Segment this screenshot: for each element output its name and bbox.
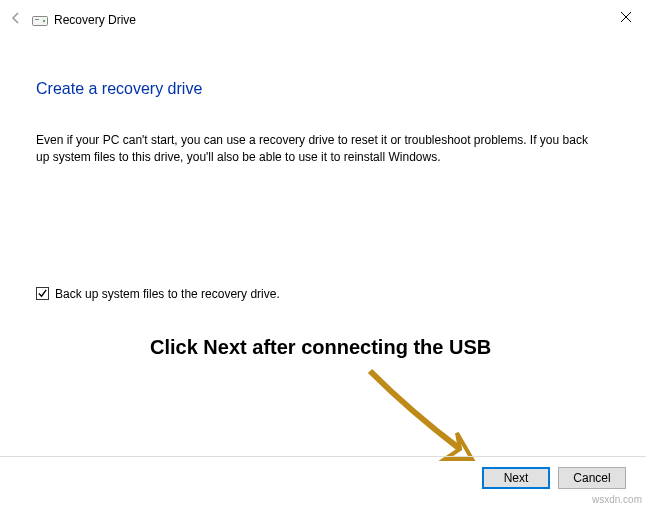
watermark: wsxdn.com bbox=[592, 494, 642, 505]
cancel-button[interactable]: Cancel bbox=[558, 467, 626, 489]
drive-icon bbox=[32, 15, 48, 25]
page-heading: Create a recovery drive bbox=[36, 80, 610, 98]
annotation-text: Click Next after connecting the USB bbox=[150, 334, 491, 361]
body-text: Even if your PC can't start, you can use… bbox=[36, 132, 596, 167]
svg-rect-0 bbox=[33, 16, 48, 25]
footer-buttons: Next Cancel bbox=[0, 456, 646, 489]
next-button[interactable]: Next bbox=[482, 467, 550, 489]
checkbox-label: Back up system files to the recovery dri… bbox=[55, 287, 280, 301]
window-title: Recovery Drive bbox=[54, 13, 136, 27]
close-button[interactable] bbox=[614, 6, 638, 30]
content-area: Create a recovery drive Even if your PC … bbox=[0, 80, 646, 301]
back-arrow-icon bbox=[8, 10, 24, 29]
svg-rect-1 bbox=[35, 19, 39, 20]
annotation-arrow-icon bbox=[360, 361, 490, 471]
checkbox-backup-system-files[interactable] bbox=[36, 287, 49, 300]
checkbox-row[interactable]: Back up system files to the recovery dri… bbox=[36, 287, 610, 301]
svg-point-2 bbox=[43, 19, 45, 21]
titlebar: Recovery Drive bbox=[0, 0, 646, 40]
